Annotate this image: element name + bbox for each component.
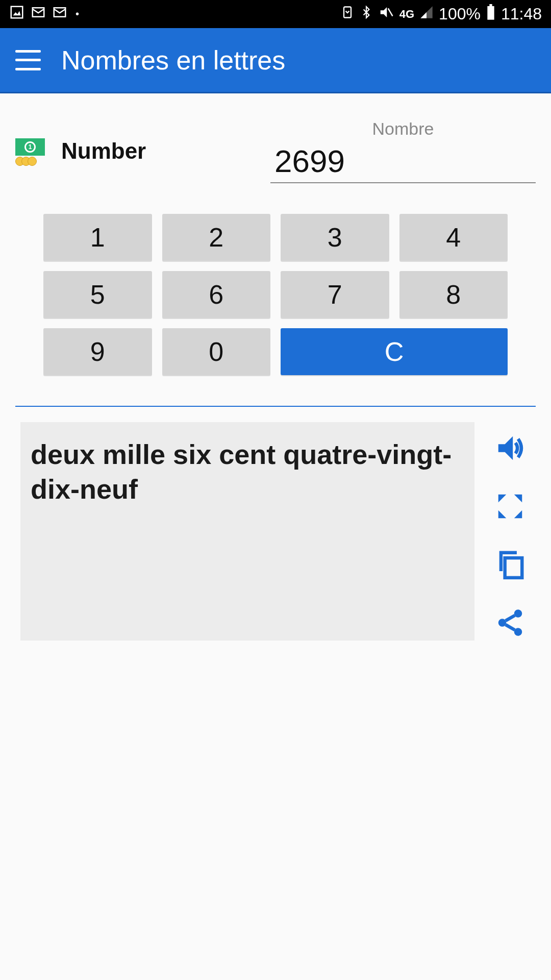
number-input-hint: Nombre (270, 119, 536, 139)
svg-marker-12 (498, 495, 507, 503)
svg-marker-13 (514, 495, 522, 503)
svg-marker-1 (13, 11, 21, 16)
speak-button[interactable] (494, 432, 526, 466)
keypad-clear[interactable]: C (281, 328, 508, 375)
menu-button[interactable] (15, 50, 41, 70)
download-icon (340, 5, 355, 23)
status-right: 4G 100% 11:48 (340, 4, 542, 24)
svg-line-6 (388, 8, 392, 16)
network-4g-label: 4G (399, 8, 414, 21)
keypad-1[interactable]: 1 (43, 214, 152, 261)
keypad-6[interactable]: 6 (162, 271, 271, 318)
action-column (490, 422, 531, 641)
svg-point-18 (498, 619, 507, 627)
svg-rect-16 (505, 558, 522, 578)
money-icon: 1 (15, 138, 46, 164)
number-input-wrap: Nombre (270, 119, 536, 183)
signal-icon (419, 5, 434, 23)
app-title: Nombres en lettres (61, 45, 285, 76)
svg-marker-15 (514, 510, 522, 519)
keypad-9[interactable]: 9 (43, 328, 152, 375)
share-button[interactable] (494, 607, 526, 641)
svg-marker-5 (380, 7, 387, 17)
keypad-5[interactable]: 5 (43, 271, 152, 318)
keypad-4[interactable]: 4 (399, 214, 508, 261)
status-bar: • 4G 100% 11:48 (0, 0, 551, 28)
keypad-8[interactable]: 8 (399, 271, 508, 318)
result-box: deux mille six cent quatre-vingt-dix-neu… (20, 422, 474, 641)
svg-rect-0 (11, 7, 23, 18)
battery-icon (486, 4, 496, 24)
clock-time: 11:48 (501, 5, 542, 23)
svg-line-20 (506, 616, 515, 621)
app-bar: Nombres en lettres (0, 28, 551, 93)
status-left: • (9, 5, 79, 23)
keypad-0[interactable]: 0 (162, 328, 271, 375)
gmail-icon (52, 5, 67, 23)
bluetooth-icon (360, 5, 373, 24)
svg-point-19 (514, 628, 522, 636)
number-input[interactable] (270, 143, 536, 179)
number-label: Number (61, 138, 146, 164)
mail-icon (31, 5, 46, 23)
keypad-2[interactable]: 2 (162, 214, 271, 261)
pictures-icon (9, 5, 24, 23)
input-row: 1 Number Nombre (15, 119, 536, 204)
svg-rect-9 (487, 6, 494, 20)
content-area: 1 Number Nombre 1 2 3 4 5 6 7 8 9 0 C de… (0, 93, 551, 646)
battery-percent: 100% (439, 5, 481, 23)
keypad: 1 2 3 4 5 6 7 8 9 0 C (15, 204, 536, 396)
svg-point-17 (514, 609, 522, 618)
fullscreen-button[interactable] (494, 491, 526, 524)
divider (15, 406, 536, 407)
keypad-7[interactable]: 7 (281, 271, 389, 318)
dot-indicator: • (76, 8, 79, 20)
svg-line-21 (506, 625, 515, 630)
mute-icon (378, 5, 394, 24)
result-text: deux mille six cent quatre-vingt-dix-neu… (31, 437, 464, 506)
svg-marker-11 (498, 436, 513, 460)
svg-marker-14 (498, 510, 507, 519)
keypad-3[interactable]: 3 (281, 214, 389, 261)
svg-rect-10 (489, 4, 492, 6)
copy-button[interactable] (494, 549, 526, 582)
svg-marker-8 (420, 12, 427, 18)
result-area: deux mille six cent quatre-vingt-dix-neu… (15, 417, 536, 646)
